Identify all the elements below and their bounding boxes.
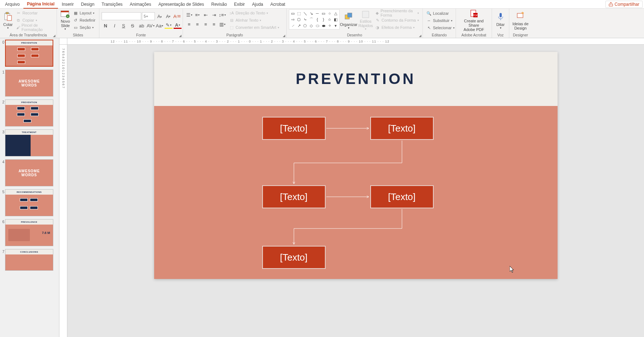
shape-fill-button[interactable]: ◆ Preenchimento da Forma▾ — [374, 9, 420, 17]
shape-more4-icon[interactable]: ◇ — [308, 23, 314, 28]
highlight-icon[interactable]: ✎▾ — [165, 22, 173, 29]
cut-button[interactable]: ✂ Recortar — [14, 9, 54, 17]
strike-icon[interactable]: S — [129, 22, 137, 30]
font-color-icon[interactable]: A▾ — [174, 22, 182, 29]
smartart-box-5[interactable]: [Texto] — [262, 246, 326, 269]
shape-arc-icon[interactable]: ⌒ — [308, 17, 314, 22]
decrease-font-icon[interactable]: A▾ — [164, 12, 172, 20]
shape-line-icon[interactable]: ＼ — [302, 10, 308, 16]
format-painter-button[interactable]: 🖌 Pincel de Formatação — [14, 24, 54, 31]
shape-more7-icon[interactable]: ✧ — [327, 23, 332, 28]
shapes-expand-icon[interactable]: ▾ — [333, 23, 339, 28]
shape-hex-icon[interactable]: ⬡ — [296, 17, 302, 22]
tab-apresentacao[interactable]: Apresentação de Slides — [155, 0, 208, 8]
char-spacing-icon[interactable]: AV▾ — [147, 22, 155, 30]
shadow-icon[interactable]: ab — [138, 22, 146, 30]
select-button[interactable]: ↖ Selecionar▾ — [425, 24, 456, 31]
shape-connector-icon[interactable]: ⤷ — [302, 17, 308, 22]
shapes-gallery[interactable]: ▭ ⬚ ＼ ↘ ─ ▭ ○ △ ⇨ ⬡ ⤷ ⌒ { } ☆ ◧ ⟋ ↗ ⬠ ◇ — [289, 9, 340, 30]
numbering-icon[interactable]: ≡▾ — [193, 11, 201, 19]
clear-format-icon[interactable]: A⌫ — [173, 12, 181, 20]
tab-design[interactable]: Design — [77, 0, 98, 8]
line-spacing-icon[interactable]: ↕≡▾ — [218, 11, 226, 19]
create-pdf-button[interactable]: PDF Create and Share Adobe PDF — [458, 9, 489, 32]
ruler-horizontal[interactable]: 12 · · · 11 · · · 10 · · · 9 · · · 8 · ·… — [67, 38, 644, 45]
smartart-box-3[interactable]: [Texto] — [262, 185, 326, 208]
copy-button[interactable]: ⧉ Copiar ▾ — [14, 17, 54, 24]
align-left-icon[interactable]: ≡ — [185, 20, 193, 28]
new-slide-button[interactable]: + Novo Slide ▾ — [59, 9, 72, 32]
smartart-box-2[interactable]: [Texto] — [370, 117, 434, 140]
section-button[interactable]: ▭ Seção▾ — [72, 24, 97, 31]
smartart-box-4[interactable]: [Texto] — [370, 185, 434, 208]
slide[interactable]: PREVENTION [Texto] [Texto] [Texto] [Text… — [154, 52, 558, 279]
thumb-0[interactable]: PREVENTION — [5, 40, 53, 67]
increase-font-icon[interactable]: A▴ — [156, 12, 164, 20]
tab-exibir[interactable]: Exibir — [231, 0, 249, 8]
canvas[interactable]: PREVENTION [Texto] [Texto] [Texto] [Text… — [67, 45, 644, 337]
thumb-1[interactable]: AWESOME WORDS — [5, 70, 53, 97]
replace-button[interactable]: ↔ Substituir▾ — [425, 17, 454, 24]
ruler-vertical[interactable]: 7 6 5 4 3 2 1 0 1 2 3 4 5 6 7 — [59, 45, 67, 337]
shape-star-icon[interactable]: ☆ — [327, 17, 332, 22]
bold-icon[interactable]: N — [102, 22, 109, 30]
align-text-button[interactable]: ⊟ Alinhar Texto▾ — [228, 17, 281, 24]
shape-more3-icon[interactable]: ⬠ — [302, 23, 308, 28]
shape-line2-icon[interactable]: ─ — [314, 10, 320, 16]
shape-more2-icon[interactable]: ↗ — [296, 23, 302, 28]
justify-icon[interactable]: ≡ — [210, 20, 218, 28]
align-right-icon[interactable]: ≡ — [202, 20, 210, 28]
shape-more6-icon[interactable]: ⬬ — [321, 23, 326, 28]
shape-textbox-icon[interactable]: ⬚ — [296, 10, 302, 16]
quick-styles-button[interactable]: Estilos Rápidos▾ — [358, 9, 374, 32]
text-direction-button[interactable]: ↕A Direção do Texto▾ — [228, 9, 281, 17]
tab-acrobat[interactable]: Acrobat — [267, 0, 289, 8]
change-case-icon[interactable]: Aa▾ — [156, 22, 164, 30]
thumb-5[interactable]: RECOMMENDATIONS — [5, 189, 53, 216]
arrange-button[interactable]: Organizar▾ — [340, 9, 358, 32]
underline-icon[interactable]: S — [120, 22, 128, 30]
slide-thumbnails[interactable]: 0 PREVENTION 1 AWESOME WORDS 2 PREVENTIO… — [0, 38, 59, 337]
tab-arquivo[interactable]: Arquivo — [1, 0, 23, 8]
find-button[interactable]: 🔍 Localizar — [425, 10, 450, 17]
tab-revisao[interactable]: Revisão — [207, 0, 230, 8]
drawing-launcher[interactable]: ◢ — [418, 34, 422, 37]
align-center-icon[interactable]: ≡ — [193, 20, 201, 28]
increase-indent-icon[interactable]: ⇥ — [210, 11, 218, 19]
shape-oval-icon[interactable]: ○ — [327, 10, 332, 16]
slide-title-area[interactable]: PREVENTION — [154, 52, 558, 106]
tab-inserir[interactable]: Inserir — [58, 0, 77, 8]
shape-brace-l-icon[interactable]: { — [314, 17, 320, 22]
font-size-input[interactable] — [142, 12, 155, 20]
shape-arrow-icon[interactable]: ↘ — [308, 10, 314, 16]
tab-transicoes[interactable]: Transições — [98, 0, 126, 8]
paragraph-launcher[interactable]: ◢ — [282, 34, 286, 37]
shape-effects-button[interactable]: ◑ Efeitos de Forma▾ — [374, 24, 420, 31]
shape-callout-icon[interactable]: ◧ — [333, 17, 339, 22]
tab-animacoes[interactable]: Animações — [126, 0, 155, 8]
font-name-input[interactable] — [102, 12, 141, 20]
dictate-button[interactable]: Ditar▾ — [494, 9, 507, 32]
slide-body[interactable]: [Texto] [Texto] [Texto] [Texto] [Texto] — [154, 106, 558, 279]
shape-rect2-icon[interactable]: ▭ — [321, 10, 326, 16]
shape-arrowr-icon[interactable]: ⇨ — [290, 17, 296, 22]
font-launcher[interactable]: ◢ — [178, 34, 182, 37]
layout-button[interactable]: ▦ Layout▾ — [72, 9, 97, 17]
paste-button[interactable]: Colar ▾ — [2, 9, 14, 32]
shape-tri-icon[interactable]: △ — [333, 10, 339, 16]
thumb-7[interactable]: CONCLUSIONS — [5, 249, 53, 271]
bullets-icon[interactable]: ☰▾ — [185, 11, 193, 19]
design-ideas-button[interactable]: Ideias de Design — [511, 9, 529, 32]
shape-brace-r-icon[interactable]: } — [321, 17, 326, 22]
tab-pagina-inicial[interactable]: Página Inicial — [23, 0, 58, 9]
clipboard-launcher[interactable]: ◢ — [52, 34, 56, 37]
italic-icon[interactable]: I — [111, 22, 118, 30]
columns-icon[interactable]: ▥▾ — [218, 20, 226, 28]
thumb-2[interactable]: PREVENTION — [5, 99, 53, 127]
reset-button[interactable]: ↺ Redefinir — [72, 17, 97, 24]
shape-more1-icon[interactable]: ⟋ — [290, 23, 296, 28]
thumb-6[interactable]: PREVALENCE 7.6 M — [5, 219, 53, 246]
tab-ajuda[interactable]: Ajuda — [249, 0, 267, 8]
decrease-indent-icon[interactable]: ⇤ — [202, 11, 210, 19]
shape-rect-icon[interactable]: ▭ — [290, 10, 296, 16]
